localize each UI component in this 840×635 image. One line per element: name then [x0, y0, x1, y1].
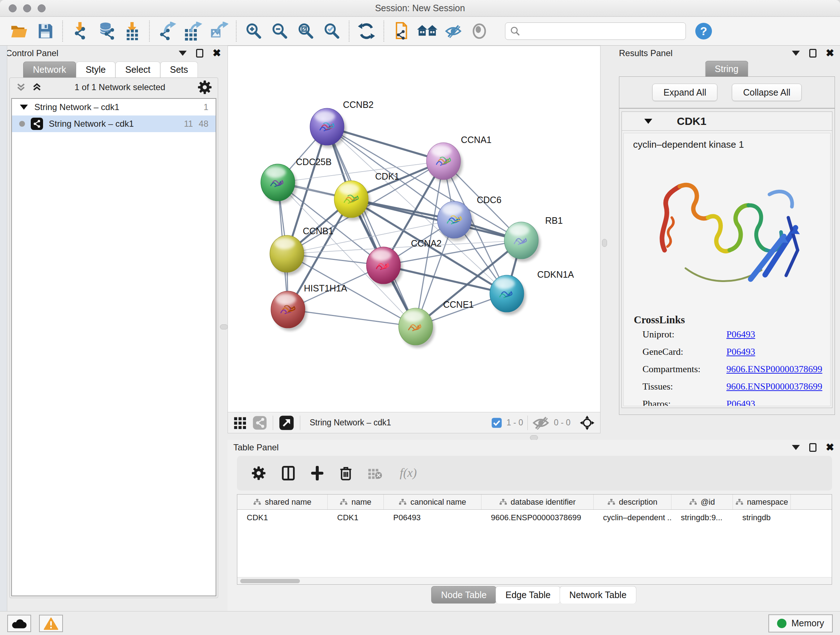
add-column-icon[interactable] [311, 466, 324, 480]
crosslink-label: Tissues: [643, 381, 726, 392]
import-table-button[interactable] [121, 20, 143, 42]
crosslink-link[interactable]: 9606.ENSP00000378699 [726, 364, 822, 375]
network-view-toolbar: String Network – cdk1 1 - 0 0 - 0 [228, 412, 600, 433]
crosshair-icon[interactable] [580, 416, 594, 430]
show-all-button[interactable] [468, 20, 491, 42]
hidden-eye-icon[interactable] [532, 415, 549, 431]
node-CCNB1[interactable]: CCNB1 [270, 226, 333, 275]
node-CCNA1[interactable]: CCNA1 [426, 135, 492, 182]
export-table-button[interactable] [182, 20, 204, 42]
tab-node-table[interactable]: Node Table [431, 586, 496, 603]
panel-close-icon[interactable]: ✖ [213, 48, 221, 58]
cytoscape-window: Session: New Session ? Control Panel ✖ N… [0, 0, 840, 635]
show-columns-icon[interactable] [282, 466, 295, 480]
node-RB1[interactable]: RB1 [504, 215, 563, 262]
panel-close-icon[interactable]: ✖ [826, 442, 834, 453]
search-box[interactable] [505, 22, 686, 40]
gene-section: CDK1 cyclin–dependent kinase 1 [622, 111, 832, 408]
panel-menu-icon[interactable] [792, 51, 800, 56]
column-header-database-identifier[interactable]: database identifier [482, 494, 594, 509]
tab-edge-table[interactable]: Edge Table [496, 586, 561, 603]
column-header-description[interactable]: description [594, 494, 671, 509]
tab-select[interactable]: Select [115, 62, 160, 78]
save-session-button[interactable] [34, 20, 57, 42]
column-header-shared-name[interactable]: shared name [237, 494, 328, 509]
open-session-button[interactable] [8, 20, 30, 42]
node-CCNE1[interactable]: CCNE1 [399, 299, 474, 348]
panel-menu-icon[interactable] [792, 445, 800, 450]
export-network-button[interactable] [156, 20, 178, 42]
bottom-splitter-handle[interactable] [530, 435, 538, 440]
zoom-in-button[interactable] [242, 20, 265, 42]
horizontal-scrollbar[interactable] [237, 577, 832, 584]
crosslink-row: GeneCard:P06493 [624, 343, 830, 361]
crosslink-link[interactable]: P06493 [726, 329, 755, 340]
open-in-window-icon[interactable] [279, 415, 294, 431]
tab-network[interactable]: Network [23, 62, 76, 78]
gear-icon[interactable] [251, 466, 266, 480]
column-header-namespace[interactable]: namespace [733, 494, 791, 509]
selected-checkbox-icon[interactable] [491, 417, 502, 428]
disclosure-triangle-icon[interactable] [644, 117, 653, 125]
crosslinks-title: CrossLinks [624, 304, 830, 326]
zoom-selected-button[interactable] [321, 20, 343, 42]
collapse-all-icon[interactable] [16, 82, 27, 93]
network-canvas[interactable]: CCNB2CCNA1CDC25BCDK1CDC6RB1CCNB1CCNA2CDK… [228, 46, 600, 412]
tab-string[interactable]: String [705, 61, 748, 77]
export-image-button[interactable] [208, 20, 230, 42]
column-header-canonical-name[interactable]: canonical name [384, 494, 482, 509]
expand-all-button[interactable]: Expand All [652, 84, 717, 101]
crosslink-link[interactable]: P06493 [726, 347, 755, 357]
column-header-name[interactable]: name [328, 494, 384, 509]
network-row[interactable]: String Network – cdk1 11 48 [12, 116, 216, 132]
share-view-icon[interactable] [253, 416, 267, 430]
network-home-button[interactable] [416, 20, 439, 42]
search-input[interactable] [521, 26, 681, 36]
node-CCNA2[interactable]: CCNA2 [366, 238, 442, 287]
refresh-button[interactable] [355, 20, 378, 42]
warnings-button[interactable] [39, 615, 63, 632]
cloud-button[interactable] [7, 615, 31, 632]
import-database-button[interactable] [95, 20, 117, 42]
collapse-all-button[interactable]: Collapse All [732, 84, 802, 101]
panel-menu-icon[interactable] [179, 51, 187, 56]
import-network-button[interactable] [69, 20, 91, 42]
memory-button[interactable]: Memory [768, 614, 833, 632]
crosslink-link[interactable]: 9606.ENSP00000378699 [726, 381, 822, 392]
tab-sets[interactable]: Sets [160, 62, 198, 78]
delete-column-icon[interactable] [340, 466, 352, 480]
right-splitter-handle[interactable] [602, 239, 607, 247]
hide-selected-button[interactable] [442, 20, 464, 42]
tab-style[interactable]: Style [76, 62, 116, 78]
string-network-graph[interactable]: CCNB2CCNA1CDC25BCDK1CDC6RB1CCNB1CCNA2CDK… [228, 46, 600, 412]
node-CCNB2[interactable]: CCNB2 [310, 100, 374, 148]
panel-float-icon[interactable] [196, 49, 203, 57]
crosslink-label: GeneCard: [643, 347, 726, 357]
node-HIST1H1A[interactable]: HIST1H1A [271, 283, 347, 331]
network-collection-row[interactable]: String Network – cdk1 1 [12, 99, 216, 116]
zoom-out-icon [271, 23, 288, 40]
panel-float-icon[interactable] [809, 49, 816, 57]
column-header--id[interactable]: @id [671, 494, 733, 509]
crosslink-row: Tissues:9606.ENSP00000378699 [624, 378, 830, 395]
panel-close-icon[interactable]: ✖ [826, 48, 834, 58]
edge-CCNB2-CCNE1[interactable] [327, 127, 416, 326]
disclosure-triangle-icon[interactable] [19, 103, 28, 111]
left-splitter-handle[interactable] [220, 325, 228, 329]
crosslink-link[interactable]: P06493 [726, 399, 755, 406]
table-row[interactable]: CDK1CDK1P064939606.ENSP00000378699cyclin… [237, 510, 832, 526]
node-table[interactable]: shared namenamecanonical namedatabase id… [237, 494, 832, 585]
show-all-icon [471, 23, 487, 39]
expand-all-icon[interactable] [32, 82, 42, 93]
gear-icon[interactable] [197, 80, 212, 95]
zoom-out-button[interactable] [268, 20, 291, 42]
zoom-fit-button[interactable] [294, 20, 317, 42]
node-CDKN1A[interactable]: CDKN1A [490, 269, 574, 315]
scrollbar-thumb[interactable] [240, 579, 300, 583]
tab-network-table[interactable]: Network Table [560, 586, 636, 603]
share-document-button[interactable] [390, 20, 412, 42]
birdseye-icon[interactable] [234, 417, 247, 429]
panel-float-icon[interactable] [809, 443, 816, 452]
help-button[interactable]: ? [695, 23, 712, 40]
gene-section-header[interactable]: CDK1 [622, 112, 832, 131]
